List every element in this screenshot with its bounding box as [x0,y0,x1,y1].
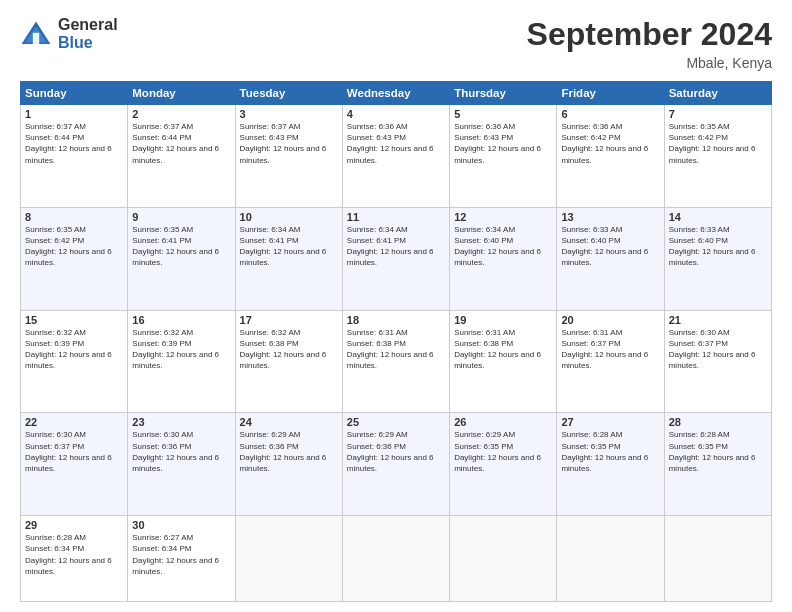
day-number: 15 [25,314,123,326]
day-info: Sunrise: 6:28 AM Sunset: 6:35 PM Dayligh… [669,429,767,474]
day-info: Sunrise: 6:36 AM Sunset: 6:43 PM Dayligh… [347,121,445,166]
month-title: September 2024 [527,16,772,53]
table-row: 6 Sunrise: 6:36 AM Sunset: 6:42 PM Dayli… [557,105,664,208]
col-friday: Friday [557,82,664,105]
day-info: Sunrise: 6:31 AM Sunset: 6:38 PM Dayligh… [347,327,445,372]
table-row: 29 Sunrise: 6:28 AM Sunset: 6:34 PM Dayl… [21,516,128,602]
table-row: 13 Sunrise: 6:33 AM Sunset: 6:40 PM Dayl… [557,207,664,310]
day-info: Sunrise: 6:35 AM Sunset: 6:42 PM Dayligh… [25,224,123,269]
day-info: Sunrise: 6:32 AM Sunset: 6:38 PM Dayligh… [240,327,338,372]
table-row [450,516,557,602]
table-row: 20 Sunrise: 6:31 AM Sunset: 6:37 PM Dayl… [557,310,664,413]
table-row [235,516,342,602]
logo: General Blue [20,16,118,51]
day-number: 14 [669,211,767,223]
day-number: 10 [240,211,338,223]
day-info: Sunrise: 6:27 AM Sunset: 6:34 PM Dayligh… [132,532,230,577]
table-row: 4 Sunrise: 6:36 AM Sunset: 6:43 PM Dayli… [342,105,449,208]
day-info: Sunrise: 6:33 AM Sunset: 6:40 PM Dayligh… [669,224,767,269]
day-info: Sunrise: 6:30 AM Sunset: 6:37 PM Dayligh… [25,429,123,474]
table-row: 19 Sunrise: 6:31 AM Sunset: 6:38 PM Dayl… [450,310,557,413]
col-monday: Monday [128,82,235,105]
location: Mbale, Kenya [527,55,772,71]
day-number: 30 [132,519,230,531]
table-row: 11 Sunrise: 6:34 AM Sunset: 6:41 PM Dayl… [342,207,449,310]
col-wednesday: Wednesday [342,82,449,105]
day-number: 19 [454,314,552,326]
day-info: Sunrise: 6:29 AM Sunset: 6:36 PM Dayligh… [240,429,338,474]
table-row: 14 Sunrise: 6:33 AM Sunset: 6:40 PM Dayl… [664,207,771,310]
table-row: 10 Sunrise: 6:34 AM Sunset: 6:41 PM Dayl… [235,207,342,310]
day-number: 5 [454,108,552,120]
day-number: 13 [561,211,659,223]
col-saturday: Saturday [664,82,771,105]
day-number: 11 [347,211,445,223]
day-number: 16 [132,314,230,326]
day-number: 20 [561,314,659,326]
day-info: Sunrise: 6:36 AM Sunset: 6:42 PM Dayligh… [561,121,659,166]
day-info: Sunrise: 6:28 AM Sunset: 6:35 PM Dayligh… [561,429,659,474]
day-number: 1 [25,108,123,120]
day-number: 26 [454,416,552,428]
calendar-table: Sunday Monday Tuesday Wednesday Thursday… [20,81,772,602]
table-row: 21 Sunrise: 6:30 AM Sunset: 6:37 PM Dayl… [664,310,771,413]
table-row: 25 Sunrise: 6:29 AM Sunset: 6:36 PM Dayl… [342,413,449,516]
day-number: 6 [561,108,659,120]
day-number: 29 [25,519,123,531]
table-row: 22 Sunrise: 6:30 AM Sunset: 6:37 PM Dayl… [21,413,128,516]
day-info: Sunrise: 6:37 AM Sunset: 6:44 PM Dayligh… [25,121,123,166]
day-number: 24 [240,416,338,428]
page: General Blue September 2024 Mbale, Kenya… [0,0,792,612]
day-info: Sunrise: 6:37 AM Sunset: 6:44 PM Dayligh… [132,121,230,166]
col-sunday: Sunday [21,82,128,105]
day-number: 2 [132,108,230,120]
day-number: 7 [669,108,767,120]
day-number: 22 [25,416,123,428]
table-row: 7 Sunrise: 6:35 AM Sunset: 6:42 PM Dayli… [664,105,771,208]
day-number: 3 [240,108,338,120]
day-info: Sunrise: 6:30 AM Sunset: 6:37 PM Dayligh… [669,327,767,372]
day-info: Sunrise: 6:34 AM Sunset: 6:41 PM Dayligh… [240,224,338,269]
table-row: 9 Sunrise: 6:35 AM Sunset: 6:41 PM Dayli… [128,207,235,310]
title-block: September 2024 Mbale, Kenya [527,16,772,71]
table-row: 3 Sunrise: 6:37 AM Sunset: 6:43 PM Dayli… [235,105,342,208]
day-info: Sunrise: 6:28 AM Sunset: 6:34 PM Dayligh… [25,532,123,577]
day-info: Sunrise: 6:33 AM Sunset: 6:40 PM Dayligh… [561,224,659,269]
day-info: Sunrise: 6:35 AM Sunset: 6:42 PM Dayligh… [669,121,767,166]
table-row: 23 Sunrise: 6:30 AM Sunset: 6:36 PM Dayl… [128,413,235,516]
table-row: 24 Sunrise: 6:29 AM Sunset: 6:36 PM Dayl… [235,413,342,516]
day-info: Sunrise: 6:29 AM Sunset: 6:36 PM Dayligh… [347,429,445,474]
day-info: Sunrise: 6:29 AM Sunset: 6:35 PM Dayligh… [454,429,552,474]
logo-icon [20,20,52,48]
day-info: Sunrise: 6:35 AM Sunset: 6:41 PM Dayligh… [132,224,230,269]
day-number: 9 [132,211,230,223]
table-row: 28 Sunrise: 6:28 AM Sunset: 6:35 PM Dayl… [664,413,771,516]
col-thursday: Thursday [450,82,557,105]
day-number: 17 [240,314,338,326]
table-row: 8 Sunrise: 6:35 AM Sunset: 6:42 PM Dayli… [21,207,128,310]
day-info: Sunrise: 6:32 AM Sunset: 6:39 PM Dayligh… [132,327,230,372]
logo-blue-text: Blue [58,34,118,52]
day-number: 28 [669,416,767,428]
table-row: 26 Sunrise: 6:29 AM Sunset: 6:35 PM Dayl… [450,413,557,516]
table-row: 18 Sunrise: 6:31 AM Sunset: 6:38 PM Dayl… [342,310,449,413]
table-row: 15 Sunrise: 6:32 AM Sunset: 6:39 PM Dayl… [21,310,128,413]
table-row: 1 Sunrise: 6:37 AM Sunset: 6:44 PM Dayli… [21,105,128,208]
day-number: 8 [25,211,123,223]
day-number: 18 [347,314,445,326]
table-row: 5 Sunrise: 6:36 AM Sunset: 6:43 PM Dayli… [450,105,557,208]
table-row [557,516,664,602]
day-number: 27 [561,416,659,428]
day-info: Sunrise: 6:31 AM Sunset: 6:38 PM Dayligh… [454,327,552,372]
day-info: Sunrise: 6:37 AM Sunset: 6:43 PM Dayligh… [240,121,338,166]
day-number: 21 [669,314,767,326]
header-row: Sunday Monday Tuesday Wednesday Thursday… [21,82,772,105]
table-row: 17 Sunrise: 6:32 AM Sunset: 6:38 PM Dayl… [235,310,342,413]
logo-general-text: General [58,16,118,34]
day-info: Sunrise: 6:36 AM Sunset: 6:43 PM Dayligh… [454,121,552,166]
logo-text: General Blue [58,16,118,51]
day-info: Sunrise: 6:31 AM Sunset: 6:37 PM Dayligh… [561,327,659,372]
day-number: 25 [347,416,445,428]
col-tuesday: Tuesday [235,82,342,105]
day-number: 23 [132,416,230,428]
